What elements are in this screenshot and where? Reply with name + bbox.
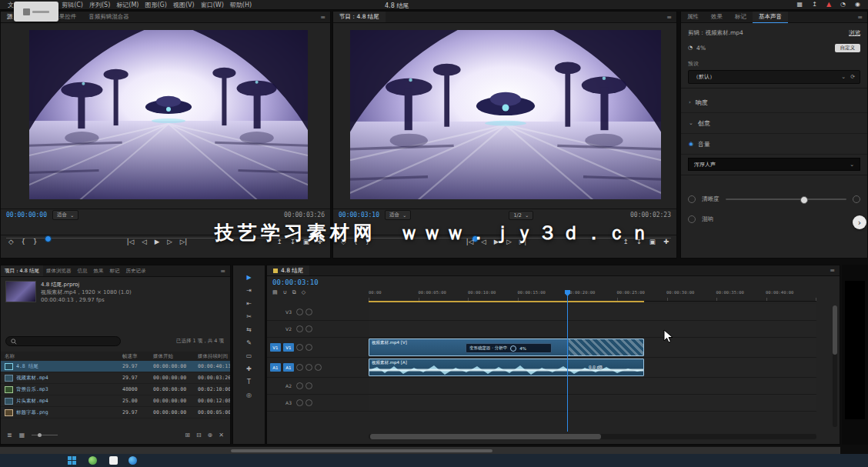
section-volume[interactable]: ◉ 音量 <box>681 134 867 155</box>
source-zoom-select[interactable]: 适合⌄ <box>52 210 78 220</box>
new-item-icon[interactable]: ⊕ <box>208 432 213 439</box>
custom-button[interactable]: 自定义 <box>835 44 861 52</box>
menu-clip[interactable]: 剪辑(C) <box>58 1 86 9</box>
toggle-circle-icon[interactable] <box>853 195 860 203</box>
video-clip[interactable]: 视频素材.mp4 [V] 变形稳定器 · 分析中 4% <box>369 339 644 356</box>
selection-tool[interactable]: ▶ <box>241 272 258 283</box>
slip-tool[interactable]: ⇆ <box>241 324 258 335</box>
menu-graphics[interactable]: 图形(G) <box>142 1 169 9</box>
rectangle-tool[interactable]: ▭ <box>241 350 258 362</box>
user-icon[interactable]: ◉ <box>855 2 860 8</box>
panel-menu-icon[interactable]: ≡ <box>315 14 330 21</box>
timeline-timecode[interactable]: 00:00:03:10 <box>272 279 319 286</box>
green-app-icon[interactable] <box>88 456 97 465</box>
audio-clip[interactable]: 视频素材.mp4 [A] 0.0 dB <box>369 359 644 376</box>
tab-media-browser[interactable]: 媒体浏览器 <box>43 265 75 276</box>
icon-view-icon[interactable]: ▦ <box>19 432 25 439</box>
menu-sequence[interactable]: 序列(S) <box>86 1 113 9</box>
app-horizontal-scrollbar[interactable] <box>231 449 492 452</box>
tab-effects[interactable]: 效果 <box>90 265 106 276</box>
panel-menu-icon[interactable]: ≡ <box>853 14 867 21</box>
tab-info[interactable]: 信息 <box>74 265 90 276</box>
ripple-edit-tool[interactable]: ⇤ <box>241 298 258 309</box>
program-zoom-select[interactable]: 适合⌄ <box>385 210 411 220</box>
tab-properties[interactable]: 属性 <box>681 12 705 22</box>
home-button[interactable] <box>14 2 58 22</box>
refresh-icon[interactable]: ⟳ <box>850 74 855 80</box>
start-icon[interactable] <box>68 456 76 465</box>
tab-history[interactable]: 历史记录 <box>122 265 149 276</box>
quick-export-icon[interactable]: ↥ <box>812 2 817 8</box>
razor-tool[interactable]: ✂ <box>241 311 258 322</box>
workspace-icon[interactable]: ▦ <box>797 2 803 8</box>
snap-icon[interactable]: ∪ <box>283 289 287 295</box>
pen-tool[interactable]: ✎ <box>241 337 258 349</box>
program-resolution-select[interactable]: 1/2⌄ <box>509 211 533 220</box>
add-marker-icon[interactable]: ◇ <box>302 289 305 295</box>
timeline-horizontal-scrollbar[interactable] <box>369 434 816 439</box>
notifications-icon[interactable]: ◔ <box>840 2 846 8</box>
notes-app-icon[interactable] <box>109 456 118 465</box>
track-header-v3[interactable]: V3 <box>267 304 369 321</box>
panel-menu-icon[interactable]: ≡ <box>215 268 230 275</box>
tab-program[interactable]: 节目：4.8 结尾 <box>333 12 386 22</box>
type-tool[interactable]: T <box>241 376 258 388</box>
hand-tool[interactable]: ✚ <box>241 363 258 375</box>
track-a2-lane[interactable] <box>369 378 816 395</box>
clarity-slider[interactable] <box>726 198 847 200</box>
browse-link[interactable]: 浏览 <box>849 29 860 37</box>
tab-essential-sound[interactable]: 基本声音 <box>753 12 788 23</box>
source-patch-a1[interactable]: A1 <box>270 363 281 372</box>
track-header-a1[interactable]: A1 A1 <box>267 358 369 378</box>
table-row[interactable]: 片头素材.mp4 25.00 00:00:00:00 00:00:12:08 <box>1 395 230 407</box>
zoom-slider[interactable] <box>32 433 42 437</box>
tab-audio-clip-mixer[interactable]: 音频剪辑混合器 <box>82 12 135 22</box>
table-row[interactable]: 4.8 结尾 29.97 00:00:00:00 00:00:40:13 <box>1 361 230 372</box>
list-view-icon[interactable]: ≣ <box>7 432 12 439</box>
panel-menu-icon[interactable]: ≡ <box>662 14 676 21</box>
track-header-v2[interactable]: V2 <box>267 321 369 338</box>
playhead-line[interactable] <box>567 295 568 432</box>
column-media-duration[interactable]: 媒体持续时间 <box>198 353 230 360</box>
new-bin-icon[interactable]: ⊟ <box>196 432 202 439</box>
delete-icon[interactable]: ✕ <box>219 432 224 439</box>
panel-menu-icon[interactable]: ≡ <box>825 267 840 274</box>
tab-sequence[interactable]: 4.8 结尾 <box>267 265 309 275</box>
track-a3-lane[interactable] <box>369 395 816 412</box>
column-media-start[interactable]: 媒体开始 <box>153 353 198 360</box>
program-position-timecode[interactable]: 00:00:03:10 <box>339 212 379 218</box>
track-v1-lane[interactable]: 视频素材.mp4 [V] 变形稳定器 · 分析中 4% <box>369 338 816 358</box>
linked-selection-icon[interactable]: ⧉ <box>292 289 296 295</box>
tab-project[interactable]: 项目：4.8 结尾 <box>1 265 43 276</box>
section-loudness[interactable]: › 响度 <box>681 92 867 113</box>
track-v3-lane[interactable] <box>369 304 816 321</box>
menu-window[interactable]: 窗口(W) <box>198 1 227 9</box>
track-header-a3[interactable]: A3 <box>267 395 369 412</box>
column-name[interactable]: 名称 <box>5 353 122 360</box>
table-row[interactable]: 背景音乐.mp3 48000 00:00:00:00 00:02:10:00 <box>1 384 230 395</box>
tab-markers[interactable]: 标记 <box>729 12 753 22</box>
table-row[interactable]: 标题字幕.png 29.97 00:00:00:00 00:00:05:00 <box>1 407 230 419</box>
track-a1-lane[interactable]: 视频素材.mp4 [A] 0.0 dB <box>369 358 816 378</box>
track-target-a1[interactable]: A1 <box>283 363 294 372</box>
menu-help[interactable]: 帮助(H) <box>227 1 255 9</box>
alert-icon[interactable]: ▲ <box>826 2 831 8</box>
search-input[interactable] <box>5 336 121 346</box>
track-select-tool[interactable]: ⇥ <box>241 285 258 296</box>
source-patch-v1[interactable]: V1 <box>270 343 281 352</box>
zoom-tool[interactable]: ◎ <box>241 389 258 401</box>
track-target-v1[interactable]: V1 <box>283 343 294 352</box>
automate-to-sequence-icon[interactable]: ⊞ <box>185 432 190 439</box>
section-creative[interactable]: ⌄ 创意 <box>681 113 867 134</box>
menu-view[interactable]: 视图(V) <box>170 1 198 9</box>
track-v2-lane[interactable] <box>369 321 816 338</box>
track-header-a2[interactable]: A2 <box>267 378 369 395</box>
source-position-timecode[interactable]: 00:00:00:00 <box>6 212 47 218</box>
timeline-ruler[interactable]: 00:0000:00:05:00 00:00:10:0000:00:15:00 … <box>369 290 816 302</box>
sequence-settings-icon[interactable]: ▤ <box>272 289 278 295</box>
table-row[interactable]: 视频素材.mp4 29.97 00:00:00:00 00:00:03:26 <box>1 372 230 384</box>
column-framerate[interactable]: 帧速率 <box>122 353 153 360</box>
track-header-v1[interactable]: V1 V1 <box>267 338 369 358</box>
tab-markers[interactable]: 标记 <box>106 265 122 276</box>
tab-effects[interactable]: 效果 <box>705 12 729 22</box>
